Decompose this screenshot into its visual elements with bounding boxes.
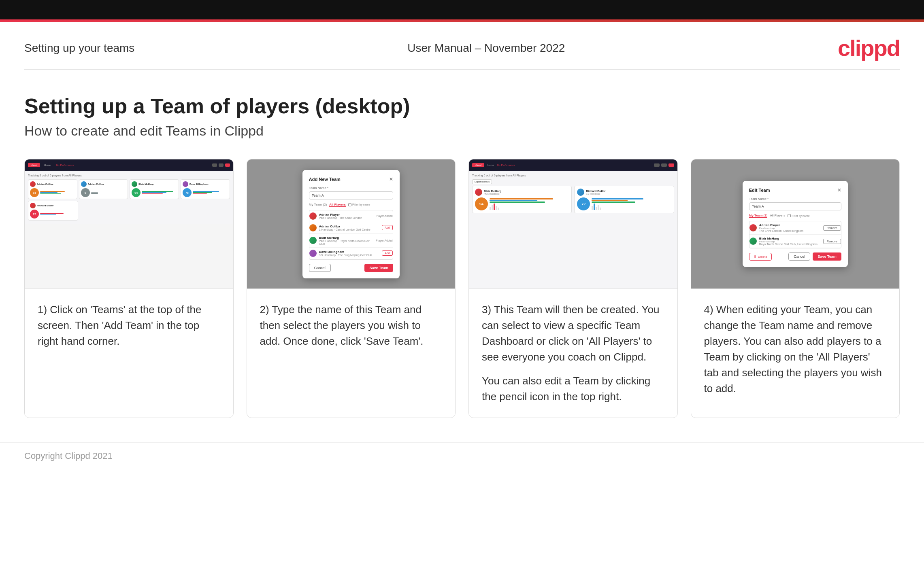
sim-score-3: 94 — [132, 188, 141, 197]
player-row-1: Adrian Player Plus Handicap · The Shire … — [309, 210, 393, 222]
delete-button-4[interactable]: 🗑 Delete — [749, 253, 772, 261]
team-name-input-2[interactable] — [309, 191, 393, 199]
page-title: Setting up a Team of players (desktop) — [24, 94, 900, 118]
bc-3 — [494, 204, 495, 210]
sim-bar-1c — [40, 193, 61, 194]
tab-my-team[interactable]: My Team (2) — [309, 203, 327, 207]
tab-all-players-4[interactable]: All Players — [770, 214, 785, 218]
sim-bar-3a — [142, 191, 173, 192]
modal-title-2: Add New Team — [309, 177, 341, 182]
sim-bar-5b — [40, 214, 56, 215]
save-team-button-2[interactable]: Save Team — [364, 264, 393, 272]
edit-player-info-1: Adrian Player Plus Handicap The Shire Lo… — [759, 223, 823, 232]
sim-player-grid-3: Blair McHarg Plus Handicap 94 — [472, 186, 674, 213]
add-team-modal: Add New Team ✕ Team Name * My Team (2) A… — [302, 170, 400, 278]
sim-avatar-1 — [30, 181, 36, 187]
modal-close-2[interactable]: ✕ — [389, 176, 393, 182]
trash-icon: 🗑 — [754, 255, 757, 259]
team-name-input-4[interactable] — [749, 202, 841, 210]
tab-all-players[interactable]: All Players — [329, 203, 346, 207]
card-1-text: 1) Click on 'Teams' at the top of the sc… — [25, 289, 233, 418]
player-name-2: Adrian Coliba — [319, 225, 382, 228]
edit-player-name-2: Blair McHarg — [759, 237, 823, 240]
player-row-3: Blair McHarg Plus Handicap · Royal North… — [309, 234, 393, 248]
tab-filter-4[interactable]: Filter by name — [788, 214, 809, 218]
header: Setting up your teams User Manual – Nove… — [0, 22, 924, 69]
player-avatar-2 — [309, 224, 317, 231]
sim-av-3-1 — [475, 189, 482, 196]
sim-score-2: 0 — [81, 188, 90, 197]
screenshot-2: Add New Team ✕ Team Name * My Team (2) A… — [247, 159, 456, 289]
sim-pc-3-1: Plus Handicap — [484, 193, 501, 195]
player-club-4: 3.5 Handicap · The Ding Maying Golf Club — [319, 254, 382, 257]
sim-bar-4b — [193, 192, 212, 193]
cancel-button-4[interactable]: Cancel — [788, 252, 810, 261]
copyright: Copyright Clippd 2021 — [24, 451, 900, 461]
player-name-4: Dave Billingham — [319, 250, 382, 254]
team-name-label-2: Team Name * — [309, 186, 393, 190]
bc2-3 — [596, 207, 597, 210]
sim-bar-4c — [193, 193, 207, 194]
sim-p4: Dave Billingham 78 — [181, 179, 230, 199]
player-status-1: Player Added — [376, 214, 393, 217]
footer: Copyright Clippd 2021 — [0, 442, 924, 469]
card-2: Add New Team ✕ Team Name * My Team (2) A… — [247, 159, 456, 418]
save-team-button-4[interactable]: Save Team — [813, 252, 841, 261]
sim-name-2: Adrian Collins — [88, 183, 104, 185]
add-player-btn-4[interactable]: Add — [382, 250, 392, 256]
card-4: Edit Team ✕ Team Name * My Team (2) All … — [691, 159, 900, 418]
sim-b-3-2c — [592, 202, 635, 203]
bc-4 — [496, 206, 497, 210]
edit-team-modal: Edit Team ✕ Team Name * My Team (2) All … — [743, 181, 848, 267]
sim-pn-3-2: Richard Butler — [586, 190, 605, 193]
modal-header-2: Add New Team ✕ — [309, 176, 393, 182]
player-avatar-4 — [309, 250, 317, 257]
modal-close-4[interactable]: ✕ — [837, 187, 841, 193]
remove-player-btn-1[interactable]: Remove — [823, 225, 841, 231]
edit-player-row-2: Blair McHarg Plus Handicap Royal North D… — [749, 235, 841, 248]
card-3-text: 3) This Team will then be created. You c… — [469, 289, 677, 418]
sim-name-4: Dave Billingham — [189, 183, 209, 185]
filter-checkbox-4[interactable] — [788, 214, 791, 217]
add-player-btn-2[interactable]: Add — [382, 225, 392, 230]
sim-bar-1a — [40, 191, 65, 192]
cancel-button-2[interactable]: Cancel — [309, 264, 331, 272]
tab-my-team-4[interactable]: My Team (2) — [749, 214, 768, 218]
sim-avatar-3 — [132, 181, 137, 187]
sim-bar-3c — [142, 193, 163, 194]
tab-filter[interactable]: Filter by name — [348, 203, 370, 207]
card-4-description: 4) When editing your Team, you can chang… — [704, 302, 887, 397]
remove-player-btn-2[interactable]: Remove — [823, 239, 841, 244]
sim-ctrl-1 — [654, 163, 660, 167]
sim-grid-top: Adrian Collins 84 — [28, 179, 230, 199]
edit-player-avatar-2 — [749, 238, 757, 245]
sim-content-1: Tracking 5 out of 6 players from All Pla… — [25, 171, 233, 224]
player-name-3: Blair McHarg — [319, 236, 376, 240]
page-title-section: Setting up a Team of players (desktop) H… — [0, 70, 924, 159]
player-status-3: Player Added — [376, 239, 393, 242]
filter-checkbox[interactable] — [348, 203, 351, 206]
sim-p5: Richard Butler 72 — [28, 201, 78, 221]
sim-nav-perf-3: My Performance — [497, 164, 515, 166]
manual-label: User Manual – November 2022 — [407, 42, 565, 55]
sim-score-4: 78 — [183, 188, 192, 197]
card-3-description-1: 3) This Team will then be created. You c… — [482, 302, 664, 365]
sim-grid-bottom: Richard Butler 72 — [28, 201, 230, 221]
sim-dash-filter-3: Export Details — [472, 179, 674, 184]
sim-bar-1b — [40, 192, 57, 193]
modal-actions-4: Cancel Save Team — [788, 252, 841, 261]
player-row-4: Dave Billingham 3.5 Handicap · The Ding … — [309, 248, 393, 259]
bc2-1 — [592, 206, 593, 210]
sim-dash-label-3: Tracking 5 out of 6 players from All Pla… — [472, 174, 674, 177]
edit-player-row-1: Adrian Player Plus Handicap The Shire Lo… — [749, 221, 841, 235]
modal-overlay-2: Add New Team ✕ Team Name * My Team (2) A… — [247, 159, 456, 288]
player-info-4: Dave Billingham 3.5 Handicap · The Ding … — [319, 250, 382, 257]
card-1-description: 1) Click on 'Teams' at the top of the sc… — [38, 302, 220, 349]
card-1: clippd Home My Performance Tracking 5 ou… — [24, 159, 234, 418]
sim-nav-teams: My Performance — [56, 164, 74, 166]
cards-row: clippd Home My Performance Tracking 5 ou… — [0, 159, 924, 442]
sim-subtitle: Tracking 5 out of 6 players from All Pla… — [28, 174, 230, 177]
section-label: Setting up your teams — [24, 42, 134, 55]
modal-title-4: Edit Team — [749, 188, 770, 193]
modal-footer-4: 🗑 Delete Cancel Save Team — [749, 252, 841, 261]
